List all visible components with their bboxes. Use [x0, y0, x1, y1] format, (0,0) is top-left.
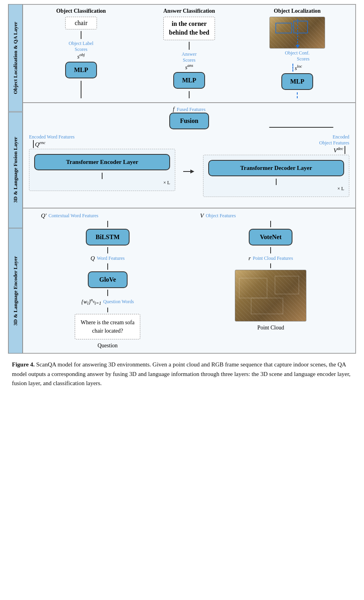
top-layer-label: Object Localization & QA Layer	[8, 4, 23, 112]
blue-dot-line	[292, 64, 293, 72]
q-var: Q	[91, 255, 95, 262]
decoder-col: Encoded Object Features Vdec Transformer…	[203, 134, 349, 197]
obj-label-scores: Object Label Scores sobj	[69, 41, 93, 60]
bilstm-up-arrow	[107, 221, 108, 227]
question-words-label: Question Words	[103, 299, 134, 305]
glove-up-arrow	[107, 263, 108, 270]
encoder-outer-box: Transformer Encoder Layer × L	[29, 149, 175, 191]
transformer-decoder-box: Transformer Decoder Layer	[208, 160, 344, 176]
blue-dot-line-2	[297, 92, 298, 98]
figure-number: Figure 4.	[12, 361, 35, 368]
enc-up-arrow	[33, 140, 34, 148]
fusion-box: Fusion	[169, 113, 209, 129]
arrow-line-2	[189, 42, 190, 50]
pc-up-arrow	[270, 263, 271, 268]
point-cloud-image	[235, 270, 306, 321]
bilstm-box: BiLSTM	[86, 229, 130, 245]
obj-class-header: Object Classification	[56, 8, 106, 14]
main-container: Object Localization & QA Layer 3D & Lang…	[0, 0, 364, 400]
ctx-word-label: Contextual Word Features	[48, 213, 98, 219]
enc-to-dec-arrow	[183, 134, 195, 197]
enc-below-arrow	[102, 173, 103, 179]
scene-image-top	[269, 17, 325, 49]
top-col-ans-class: Answer Classification in the cornerbehin…	[135, 8, 243, 98]
question-box: Where is the cream sofachair located?	[75, 314, 140, 339]
mlp-box-1: MLP	[65, 62, 97, 78]
votenet-up-arrow	[270, 221, 271, 227]
figure-caption: Figure 4. ScanQA model for answering 3D …	[8, 354, 356, 392]
layer-labels: Object Localization & QA Layer 3D & Lang…	[8, 4, 23, 353]
top-layer-section: Object Classification chair Object Label…	[23, 4, 356, 103]
pc-caption: Point Cloud	[258, 325, 284, 331]
top-col-obj-class: Object Classification chair Object Label…	[27, 8, 135, 98]
svg-rect-3	[294, 21, 308, 33]
obj-loc-header: Object Localization	[274, 8, 321, 14]
v-dec-var: Vdec	[333, 146, 343, 154]
fusion-area: f Fused Features Fusion Encoded Word Fea…	[29, 106, 349, 197]
diagram-area: Object Localization & QA Layer 3D & Lang…	[8, 4, 356, 354]
svg-marker-1	[296, 45, 300, 48]
caption-text: ScanQA model for answering 3D environmen…	[12, 361, 350, 386]
v-var: V	[200, 212, 204, 219]
ans-class-output-box: in the cornerbehind the bed	[163, 17, 215, 40]
mid-layer-label: 3D & Language Fusion Layer	[8, 112, 23, 228]
enc-times-label: × L	[34, 180, 170, 186]
decoder-outer-box: Transformer Decoder Layer × L	[203, 155, 349, 197]
mlp-box-3: MLP	[281, 73, 313, 90]
ans-class-header: Answer Classification	[163, 8, 215, 14]
bot-layer-section: Q' Contextual Word Features BiLSTM Q Wor…	[23, 208, 356, 353]
votenet-below-arrow	[270, 247, 271, 253]
transformer-row: Encoded Word Features Qenc Transformer E…	[29, 134, 349, 197]
glove-box: GloVe	[88, 271, 128, 288]
ans-scores-label: Answer Scores sans	[182, 51, 196, 71]
enc-obj-label: Encoded	[319, 134, 349, 140]
bot-layer-label: 3D & Language Encoder Layer	[8, 228, 23, 353]
dec-times-label: × L	[208, 186, 344, 192]
svg-rect-9	[239, 278, 267, 298]
connect-line-2	[189, 91, 190, 98]
transformer-encoder-box: Transformer Encoder Layer	[34, 154, 170, 170]
connect-line-1	[81, 81, 81, 98]
obj-class-output-box: chair	[65, 17, 97, 29]
svg-rect-11	[251, 298, 283, 314]
top-col-obj-loc: Object Localization	[243, 8, 351, 98]
obj-features-label: Object Features	[206, 213, 236, 219]
svg-marker-6	[190, 169, 194, 173]
svg-rect-10	[275, 276, 299, 294]
glove-below-arrow	[107, 290, 108, 296]
fused-features-label: Fused Features	[177, 107, 205, 113]
lang-col: Q' Contextual Word Features BiLSTM Q Wor…	[29, 212, 186, 349]
fusion-var: f	[173, 106, 174, 113]
dec-up-arrow	[345, 146, 345, 154]
question-math: {wi}nqi=1	[81, 298, 101, 306]
votenet-box: VoteNet	[249, 229, 292, 245]
svg-rect-2	[276, 23, 292, 33]
question-caption: Question	[97, 343, 118, 349]
question-up-arrow	[107, 308, 108, 312]
arrow-line-1	[81, 31, 81, 39]
bot-layer-inner: Q' Contextual Word Features BiLSTM Q Wor…	[29, 212, 349, 349]
word-features-label: Word Features	[97, 255, 125, 261]
q-enc-var: Qenc	[35, 140, 45, 148]
dec-below-arrow	[276, 179, 277, 185]
3d-col: V Object Features VoteNet r Point Cloud …	[192, 212, 350, 349]
mid-layer-section: f Fused Features Fusion Encoded Word Fea…	[23, 103, 356, 208]
r-var: r	[248, 255, 251, 262]
enc-word-label: Encoded Word Features	[29, 134, 75, 140]
encoder-col: Encoded Word Features Qenc Transformer E…	[29, 134, 175, 197]
pc-features-label: Point Cloud Features	[253, 255, 293, 261]
q-prime-var: Q'	[41, 212, 46, 219]
mlp-box-2: MLP	[173, 72, 205, 89]
diagram-content: Object Classification chair Object Label…	[23, 4, 356, 353]
bilstm-below-arrow	[107, 247, 108, 253]
